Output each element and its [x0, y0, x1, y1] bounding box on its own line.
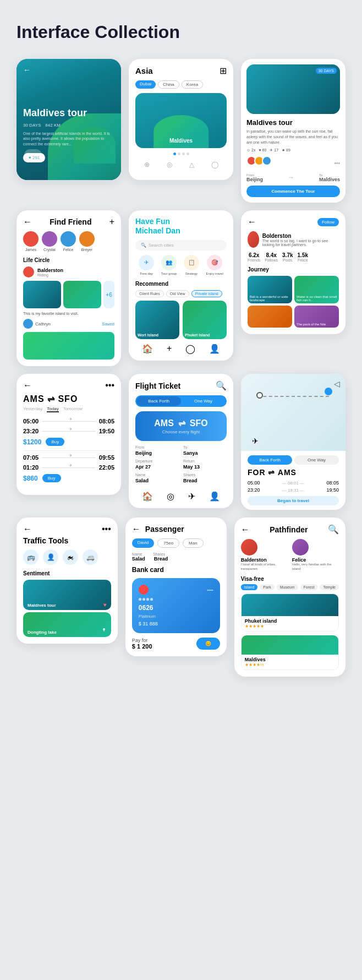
visa-tab-temple[interactable]: Temple	[320, 584, 339, 590]
quick-icon-strategy[interactable]: 📋 Strategy	[184, 255, 199, 275]
rec-tag-old[interactable]: Old View	[166, 290, 189, 297]
traffic-icon-person[interactable]: 👤	[43, 549, 58, 565]
free-day-label: Free day	[139, 272, 154, 275]
pf-name-1: Balderston	[241, 557, 288, 563]
dot-4	[187, 153, 189, 155]
more-images-btn[interactable]: +6	[103, 281, 114, 308]
flight-ticket-title: Flight Ticket	[135, 382, 180, 390]
bf-tab-active[interactable]: Back Forth	[248, 455, 292, 465]
friend-avatar-breyer[interactable]	[79, 231, 95, 247]
find-friend-title: Find Friend	[50, 217, 91, 226]
commence-tour-button[interactable]: Commence The Tour	[246, 186, 340, 197]
card11-back-arrow[interactable]: ←	[132, 524, 141, 534]
rec-island-wort[interactable]: Wort Island	[135, 301, 179, 339]
save-btn[interactable]: Saved	[102, 322, 114, 326]
card8-nav-compass[interactable]: ◎	[167, 491, 174, 502]
tag-dubai[interactable]: Dubai	[135, 80, 156, 89]
card4-back-arrow[interactable]: ←	[23, 217, 32, 227]
friend-avatar-crystal[interactable]	[42, 231, 57, 247]
card10-back-arrow[interactable]: ←	[23, 524, 32, 534]
seat-value: Bread	[183, 478, 227, 483]
pay-button[interactable]: 😊	[196, 638, 220, 650]
stat-4: ★ 89	[282, 148, 290, 153]
back-arrow-icon[interactable]: ←	[23, 66, 114, 74]
dot-2	[178, 153, 180, 155]
card6-back-arrow[interactable]: ←	[248, 217, 256, 227]
rec-tag-private[interactable]: Private island	[191, 290, 222, 297]
quick-icon-free-day[interactable]: ✈ Free day	[139, 255, 154, 275]
traffic-icon-van[interactable]: 🚐	[83, 549, 98, 565]
visa-tab-forest[interactable]: Forest	[300, 584, 318, 590]
nav-user-icon[interactable]: ◯	[211, 161, 218, 168]
arr-time-3: 09:55	[99, 454, 114, 461]
bf-tab-inactive[interactable]: One Way	[294, 455, 339, 465]
nav-home-icon-2[interactable]: 🏠	[142, 344, 153, 354]
nav-search-icon[interactable]: ◎	[167, 161, 172, 168]
card7-more-icon[interactable]: •••	[105, 380, 114, 390]
rec-island-phuket[interactable]: Phuket Island	[183, 301, 227, 339]
tab-back-forth[interactable]: Back Forth	[136, 396, 181, 406]
friend-avatar-felice[interactable]	[61, 231, 76, 247]
search-icon-ticket[interactable]: 🔍	[216, 380, 227, 391]
follow-button[interactable]: Follow	[317, 218, 339, 226]
visa-tab-park[interactable]: Park	[260, 584, 274, 590]
traffic-icon-bike[interactable]: 🏍	[63, 549, 78, 565]
tab-one-way[interactable]: One Way	[181, 396, 226, 406]
tag-china[interactable]: China	[158, 80, 179, 89]
buy-button-2[interactable]: Buy	[42, 474, 61, 482]
ams-sfo-route: AMS ⇌ SFO	[23, 394, 114, 404]
quick-icon-enjoy[interactable]: 🎯 Enjoy travel	[206, 255, 223, 275]
rec-tag-client[interactable]: Client Rules	[135, 290, 164, 297]
card12-back-arrow[interactable]: ←	[241, 525, 250, 535]
card10-more-icon[interactable]: •••	[102, 524, 111, 534]
col-4-2: ← Passenger David 75eo Man Name Shares S…	[125, 518, 227, 656]
stat-follows-num: 8.4x	[265, 252, 278, 258]
pill-david[interactable]: David	[132, 538, 154, 548]
tag-korea[interactable]: Korea	[182, 80, 203, 89]
traffic-icons-row: 🚌 👤 🏍 🚐	[23, 549, 111, 565]
card5-bottom-nav: 🏠 + ◯ 👤	[135, 339, 227, 354]
began-travel-button[interactable]: Began to travel	[248, 496, 339, 505]
grid-icon: ⊞	[220, 66, 227, 76]
plane-button[interactable]: ✈	[24, 149, 42, 161]
bank-dots	[139, 598, 213, 601]
badge-days: 30 DAYS	[316, 68, 337, 74]
tab-tomorrow[interactable]: Tomorrow	[63, 406, 83, 412]
col-1-3: 30 DAYS Maldives tour In paradise, you c…	[241, 59, 345, 203]
airport-to: SFO	[190, 418, 208, 428]
pill-man[interactable]: Man	[183, 538, 204, 548]
nav-bag-icon[interactable]: △	[189, 161, 194, 168]
nav-add-icon[interactable]: +	[167, 344, 172, 354]
nav-user-icon-2[interactable]: 👤	[209, 344, 220, 354]
add-friend-icon[interactable]: +	[109, 217, 114, 227]
journey-images: Bali is a wonderful or wide landscape Wa…	[248, 276, 339, 328]
friend-avatar-james[interactable]	[23, 231, 39, 247]
card-label: ••••	[207, 587, 213, 592]
stat-1: ☺ 2x	[246, 148, 256, 153]
friend-item-felice: Felice	[61, 231, 76, 252]
maldives-stars: ★★★★½	[245, 662, 335, 667]
tab-yesterday[interactable]: Yesterday	[23, 406, 42, 412]
stat-felice: 1.5k Felice	[298, 252, 308, 262]
card8-nav-home[interactable]: 🏠	[142, 491, 153, 502]
visa-tab-island[interactable]: Island	[241, 584, 258, 590]
pathfinder-search-icon[interactable]: 🔍	[328, 524, 339, 535]
quick-icon-tour-group[interactable]: 👥 Tour group	[161, 255, 177, 275]
card8-nav-user[interactable]: 👤	[209, 491, 220, 502]
card7-back-arrow[interactable]: ←	[23, 380, 32, 390]
passenger-seat: Bread	[154, 556, 168, 562]
nav-home-icon[interactable]: ⊕	[144, 161, 150, 168]
tag-row: Dubai China Korea	[135, 80, 227, 89]
traffic-icon-bus[interactable]: 🚌	[23, 549, 39, 565]
pill-75eo[interactable]: 75eo	[157, 538, 179, 548]
greeting-line1: Have Fun	[135, 217, 170, 226]
tab-today[interactable]: Today	[47, 406, 58, 412]
search-bar[interactable]: 🔍 Search cities	[135, 240, 227, 251]
card8-nav-travel[interactable]: ✈	[188, 491, 195, 502]
life-images: +6	[23, 281, 114, 308]
buy-button-1[interactable]: Buy	[46, 438, 64, 446]
c9-mid-2: — 18:31 —	[282, 488, 304, 493]
visa-tab-museum[interactable]: Museum	[277, 584, 298, 590]
departure-value: Apr 27	[135, 464, 179, 470]
nav-profile-icon[interactable]: ◯	[185, 344, 195, 354]
